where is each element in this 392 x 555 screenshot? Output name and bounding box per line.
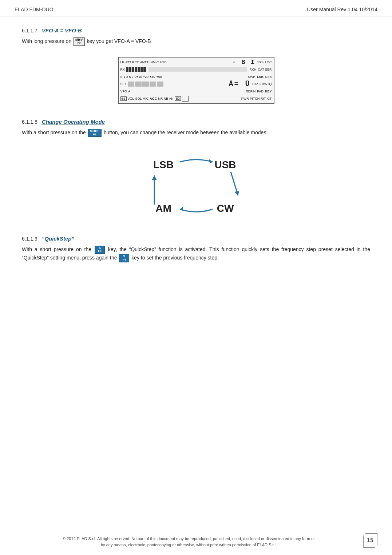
section-619-body-suffix: key to set the previous frequency step.: [131, 255, 219, 261]
section-619: 6.1.1.9 “QuickStep” With a short pressur…: [22, 235, 370, 263]
page-header: ELAD FDM-DUO User Manual Rev 1.04 10/201…: [0, 0, 392, 16]
arrow-lsb-to-usb: [180, 159, 213, 162]
am-label: AM: [155, 203, 171, 214]
mode-f3-key: MODE F3: [88, 129, 102, 137]
lsb-label: LSB: [153, 159, 174, 170]
page-footer: © 2014 ELAD S.r.l. All rights reserved. …: [0, 533, 392, 548]
section-619-heading: “QuickStep”: [42, 235, 74, 242]
radio-display: LP ATT PRE ANT1 INMIC USB · 8 I dBm LOC …: [118, 57, 274, 104]
mode-diagram: LSB USB AM CW: [22, 148, 370, 221]
section-617-body-suffix: key you get VFO-A = VFO-B: [87, 38, 151, 44]
arrow-cw-to-am: [180, 209, 213, 212]
section-617-body-prefix: With long pressure on: [22, 38, 71, 44]
s-f4-key-2: S F4: [119, 254, 129, 262]
section-617-title: 6.1.1.7 VFO-A = VFO-B: [22, 27, 370, 33]
arrow-lsb-usb-head: [209, 159, 213, 163]
section-618-body: With a short pressure on the MODE F3 but…: [22, 128, 370, 137]
mv-f2-key: M▶V F2: [74, 37, 85, 46]
header-left: ELAD FDM-DUO: [15, 7, 54, 12]
signal-bars: [126, 67, 146, 72]
arrow-am-lsb-head: [152, 175, 157, 180]
section-617-body: With long pressure on M▶V F2 key you get…: [22, 37, 370, 46]
section-618: 6.1.1.8 Change Operating Mode With a sho…: [22, 119, 370, 221]
usb-label: USB: [214, 159, 236, 170]
radio-row-1: LP ATT PRE ANT1 INMIC USB · 8 I dBm LOC: [120, 59, 272, 66]
section-619-num: 6.1.1.9: [22, 236, 37, 242]
radio-row-3: S 1 3 5 7 9+10 +20 +40 +60 SWR LSB USB: [120, 73, 272, 80]
section-619-body-prefix: With a short pressure on the: [22, 246, 91, 252]
section-617: 6.1.1.7 VFO-A = VFO-B With long pressure…: [22, 27, 370, 104]
header-right: User Manual Rev 1.04 10/2014: [307, 7, 377, 12]
arrow-usb-cw-head: [234, 191, 239, 195]
radio-row-2: RX RKH CAT SER: [120, 66, 272, 73]
radio-row-5: VFO A REFIN PAD KEY: [120, 88, 272, 95]
section-618-body-suffix: button, you can change the receiver mode…: [104, 130, 268, 135]
section-617-heading: VFO-A = VFO-B: [42, 27, 82, 33]
section-618-heading: Change Operating Mode: [42, 119, 105, 125]
section-618-title: 6.1.1.8 Change Operating Mode: [22, 119, 370, 125]
s-f4-key-1: S F4: [95, 246, 105, 254]
footer-copyright: © 2014 ELAD S.r.l. All rights reserved. …: [15, 536, 363, 548]
section-619-title: 6.1.1.9 “QuickStep”: [22, 235, 370, 242]
section-618-body-prefix: With a short pressure on the: [22, 130, 86, 135]
section-618-num: 6.1.1.8: [22, 119, 37, 125]
radio-row-6: E1 VOL SQL MIC AGC NR NB AN E2 PWR PITCH…: [120, 95, 272, 102]
page-number: 15: [363, 533, 377, 548]
cw-label: CW: [217, 203, 234, 214]
section-617-num: 6.1.1.7: [22, 28, 37, 33]
radio-row-4: SET Ā= Ū THZ FMW IQ: [120, 80, 272, 88]
mode-cycle-svg: LSB USB AM CW: [145, 148, 247, 221]
section-619-body: With a short pressure on the S F4 key, t…: [22, 245, 370, 263]
